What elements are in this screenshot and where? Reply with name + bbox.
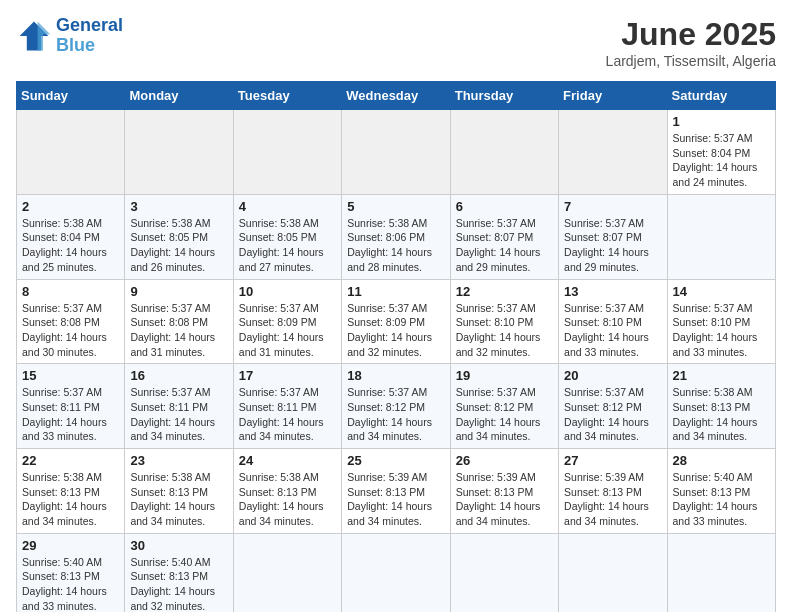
day-cell-21: 21 Sunrise: 5:38 AM Sunset: 8:13 PM Dayl… — [667, 364, 775, 449]
day-cell-14: 14 Sunrise: 5:37 AM Sunset: 8:10 PM Dayl… — [667, 279, 775, 364]
calendar-table: SundayMondayTuesdayWednesdayThursdayFrid… — [16, 81, 776, 612]
day-info: Sunrise: 5:40 AM Sunset: 8:13 PM Dayligh… — [22, 555, 119, 612]
col-header-saturday: Saturday — [667, 82, 775, 110]
day-info: Sunrise: 5:37 AM Sunset: 8:07 PM Dayligh… — [456, 216, 553, 275]
day-number: 6 — [456, 199, 553, 214]
calendar-week-4: 15 Sunrise: 5:37 AM Sunset: 8:11 PM Dayl… — [17, 364, 776, 449]
day-cell-9: 9 Sunrise: 5:37 AM Sunset: 8:08 PM Dayli… — [125, 279, 233, 364]
logo-line2: Blue — [56, 35, 95, 55]
col-header-wednesday: Wednesday — [342, 82, 450, 110]
day-cell-13: 13 Sunrise: 5:37 AM Sunset: 8:10 PM Dayl… — [559, 279, 667, 364]
day-number: 16 — [130, 368, 227, 383]
day-number: 28 — [673, 453, 770, 468]
day-cell-19: 19 Sunrise: 5:37 AM Sunset: 8:12 PM Dayl… — [450, 364, 558, 449]
day-info: Sunrise: 5:38 AM Sunset: 8:13 PM Dayligh… — [22, 470, 119, 529]
empty-cell — [342, 533, 450, 612]
day-number: 18 — [347, 368, 444, 383]
day-info: Sunrise: 5:37 AM Sunset: 8:11 PM Dayligh… — [239, 385, 336, 444]
day-info: Sunrise: 5:37 AM Sunset: 8:04 PM Dayligh… — [673, 131, 770, 190]
day-number: 20 — [564, 368, 661, 383]
empty-cell — [450, 533, 558, 612]
day-number: 13 — [564, 284, 661, 299]
day-info: Sunrise: 5:38 AM Sunset: 8:13 PM Dayligh… — [239, 470, 336, 529]
day-info: Sunrise: 5:38 AM Sunset: 8:04 PM Dayligh… — [22, 216, 119, 275]
day-info: Sunrise: 5:38 AM Sunset: 8:06 PM Dayligh… — [347, 216, 444, 275]
day-info: Sunrise: 5:38 AM Sunset: 8:05 PM Dayligh… — [130, 216, 227, 275]
day-number: 22 — [22, 453, 119, 468]
day-number: 15 — [22, 368, 119, 383]
day-number: 30 — [130, 538, 227, 553]
day-cell-27: 27 Sunrise: 5:39 AM Sunset: 8:13 PM Dayl… — [559, 449, 667, 534]
empty-cell — [667, 533, 775, 612]
empty-cell — [342, 110, 450, 195]
day-info: Sunrise: 5:38 AM Sunset: 8:13 PM Dayligh… — [673, 385, 770, 444]
day-number: 27 — [564, 453, 661, 468]
day-number: 17 — [239, 368, 336, 383]
day-cell-3: 3 Sunrise: 5:38 AM Sunset: 8:05 PM Dayli… — [125, 194, 233, 279]
day-number: 21 — [673, 368, 770, 383]
calendar-body: 1 Sunrise: 5:37 AM Sunset: 8:04 PM Dayli… — [17, 110, 776, 613]
day-cell-17: 17 Sunrise: 5:37 AM Sunset: 8:11 PM Dayl… — [233, 364, 341, 449]
day-cell-7: 7 Sunrise: 5:37 AM Sunset: 8:07 PM Dayli… — [559, 194, 667, 279]
col-header-monday: Monday — [125, 82, 233, 110]
day-number: 8 — [22, 284, 119, 299]
day-number: 23 — [130, 453, 227, 468]
day-info: Sunrise: 5:40 AM Sunset: 8:13 PM Dayligh… — [673, 470, 770, 529]
day-number: 9 — [130, 284, 227, 299]
calendar-week-1: 1 Sunrise: 5:37 AM Sunset: 8:04 PM Dayli… — [17, 110, 776, 195]
calendar-week-2: 2 Sunrise: 5:38 AM Sunset: 8:04 PM Dayli… — [17, 194, 776, 279]
col-header-sunday: Sunday — [17, 82, 125, 110]
day-cell-26: 26 Sunrise: 5:39 AM Sunset: 8:13 PM Dayl… — [450, 449, 558, 534]
day-info: Sunrise: 5:37 AM Sunset: 8:08 PM Dayligh… — [130, 301, 227, 360]
day-cell-24: 24 Sunrise: 5:38 AM Sunset: 8:13 PM Dayl… — [233, 449, 341, 534]
day-cell-10: 10 Sunrise: 5:37 AM Sunset: 8:09 PM Dayl… — [233, 279, 341, 364]
day-number: 1 — [673, 114, 770, 129]
day-info: Sunrise: 5:39 AM Sunset: 8:13 PM Dayligh… — [564, 470, 661, 529]
logo-text: General Blue — [56, 16, 123, 56]
day-cell-29: 29 Sunrise: 5:40 AM Sunset: 8:13 PM Dayl… — [17, 533, 125, 612]
day-number: 24 — [239, 453, 336, 468]
location: Lardjem, Tissemsilt, Algeria — [606, 53, 776, 69]
day-number: 11 — [347, 284, 444, 299]
day-number: 26 — [456, 453, 553, 468]
day-info: Sunrise: 5:38 AM Sunset: 8:13 PM Dayligh… — [130, 470, 227, 529]
day-info: Sunrise: 5:37 AM Sunset: 8:10 PM Dayligh… — [673, 301, 770, 360]
day-number: 14 — [673, 284, 770, 299]
day-cell-30: 30 Sunrise: 5:40 AM Sunset: 8:13 PM Dayl… — [125, 533, 233, 612]
day-info: Sunrise: 5:38 AM Sunset: 8:05 PM Dayligh… — [239, 216, 336, 275]
day-info: Sunrise: 5:37 AM Sunset: 8:07 PM Dayligh… — [564, 216, 661, 275]
page-header: General Blue June 2025 Lardjem, Tissemsi… — [16, 16, 776, 69]
day-info: Sunrise: 5:37 AM Sunset: 8:08 PM Dayligh… — [22, 301, 119, 360]
col-header-tuesday: Tuesday — [233, 82, 341, 110]
day-cell-4: 4 Sunrise: 5:38 AM Sunset: 8:05 PM Dayli… — [233, 194, 341, 279]
day-number: 12 — [456, 284, 553, 299]
calendar-week-3: 8 Sunrise: 5:37 AM Sunset: 8:08 PM Dayli… — [17, 279, 776, 364]
logo-icon — [16, 18, 52, 54]
day-cell-2: 2 Sunrise: 5:38 AM Sunset: 8:04 PM Dayli… — [17, 194, 125, 279]
day-info: Sunrise: 5:39 AM Sunset: 8:13 PM Dayligh… — [456, 470, 553, 529]
day-cell-11: 11 Sunrise: 5:37 AM Sunset: 8:09 PM Dayl… — [342, 279, 450, 364]
empty-cell — [125, 110, 233, 195]
day-cell-8: 8 Sunrise: 5:37 AM Sunset: 8:08 PM Dayli… — [17, 279, 125, 364]
empty-cell — [450, 110, 558, 195]
logo-line1: General — [56, 15, 123, 35]
day-cell-15: 15 Sunrise: 5:37 AM Sunset: 8:11 PM Dayl… — [17, 364, 125, 449]
logo: General Blue — [16, 16, 123, 56]
calendar-week-5: 22 Sunrise: 5:38 AM Sunset: 8:13 PM Dayl… — [17, 449, 776, 534]
empty-cell — [667, 194, 775, 279]
svg-marker-1 — [20, 21, 49, 50]
day-number: 19 — [456, 368, 553, 383]
day-info: Sunrise: 5:37 AM Sunset: 8:09 PM Dayligh… — [239, 301, 336, 360]
day-info: Sunrise: 5:37 AM Sunset: 8:11 PM Dayligh… — [130, 385, 227, 444]
day-number: 2 — [22, 199, 119, 214]
day-info: Sunrise: 5:37 AM Sunset: 8:12 PM Dayligh… — [347, 385, 444, 444]
day-info: Sunrise: 5:39 AM Sunset: 8:13 PM Dayligh… — [347, 470, 444, 529]
day-number: 3 — [130, 199, 227, 214]
day-cell-20: 20 Sunrise: 5:37 AM Sunset: 8:12 PM Dayl… — [559, 364, 667, 449]
empty-cell — [17, 110, 125, 195]
empty-cell — [233, 110, 341, 195]
day-number: 25 — [347, 453, 444, 468]
day-number: 7 — [564, 199, 661, 214]
day-info: Sunrise: 5:37 AM Sunset: 8:10 PM Dayligh… — [456, 301, 553, 360]
col-header-friday: Friday — [559, 82, 667, 110]
